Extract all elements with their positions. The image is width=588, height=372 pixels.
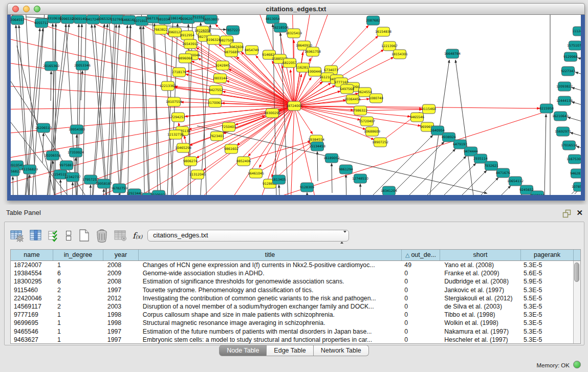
table-cell[interactable]: 2012	[103, 294, 139, 302]
graph-node[interactable]: 12093822	[556, 82, 573, 91]
table-cell[interactable]: 1998	[103, 319, 139, 327]
graph-node[interactable]: 2064557	[11, 15, 25, 25]
table-cell[interactable]: 2	[53, 286, 103, 294]
column-header-name[interactable]: name	[11, 250, 53, 260]
graph-node[interactable]: 15692971	[555, 127, 571, 136]
select-columns-icon[interactable]	[29, 229, 42, 242]
graph-node[interactable]: 6497568	[340, 84, 354, 94]
graph-node[interactable]: 1813405	[272, 175, 286, 184]
table-cell[interactable]: 18300295	[11, 277, 53, 286]
delete-icon[interactable]	[96, 229, 108, 243]
table-cell[interactable]: 1998	[103, 311, 139, 319]
graph-node[interactable]: 11675304	[567, 155, 581, 164]
graph-node[interactable]: 20206556	[45, 151, 61, 160]
graph-node[interactable]: 18107554	[166, 97, 182, 106]
table-cell[interactable]: 2008	[103, 277, 139, 286]
column-header-in_degree[interactable]: in_degree	[53, 250, 103, 260]
graph-node[interactable]: 2718176	[172, 68, 186, 77]
graph-node[interactable]: 9462810	[570, 169, 581, 178]
graph-node[interactable]: 19954380	[69, 125, 85, 134]
graph-node[interactable]: 12342737	[64, 172, 81, 182]
graph-node[interactable]: 7663822	[154, 25, 168, 34]
memory-status-indicator[interactable]	[573, 361, 581, 368]
table-cell[interactable]: Wolkin et al. (1998)	[440, 319, 520, 327]
graph-node[interactable]: 10654112	[507, 177, 524, 186]
graph-node[interactable]: 8427552	[209, 85, 223, 95]
table-cell[interactable]: Hescheler et al. (1997)	[440, 336, 520, 343]
graph-node[interactable]: 16189052	[323, 154, 340, 163]
graph-node[interactable]: 1080748	[369, 94, 383, 103]
graph-node[interactable]: 9875685	[224, 48, 238, 57]
table-cell[interactable]: 2008	[103, 261, 139, 269]
table-cell[interactable]: 14569117	[11, 302, 53, 311]
tab-node-table[interactable]: Node Table	[219, 345, 267, 356]
network-graph[interactable]: 2064557405571293106161096532720691406841…	[11, 15, 581, 195]
graph-node[interactable]: 8852406	[236, 157, 251, 166]
graph-node[interactable]: 1112475	[572, 27, 581, 36]
graph-node[interactable]: 7623401	[210, 132, 224, 141]
table-cell[interactable]: 5.9E-5	[520, 277, 573, 286]
table-cell[interactable]: 5.5E-5	[520, 294, 573, 302]
table-cell[interactable]: 1	[53, 336, 103, 343]
table-cell[interactable]: Tibbo et al. (1998)	[440, 311, 520, 319]
new-document-icon[interactable]	[78, 229, 90, 242]
table-cell[interactable]: 0	[401, 302, 440, 311]
graph-node[interactable]: 26206510	[35, 123, 52, 133]
table-cell[interactable]: 9115460	[11, 286, 53, 294]
column-header-year[interactable]: year	[103, 250, 139, 260]
table-cell[interactable]: Genome-wide association studies in ADHD.	[139, 269, 402, 277]
graph-node[interactable]: 10465298	[175, 143, 191, 152]
minimize-window-button[interactable]	[23, 6, 30, 12]
table-cell[interactable]: 22420046	[11, 294, 53, 302]
table-cell[interactable]: 6	[53, 269, 103, 277]
table-cell[interactable]: 5.3E-5	[520, 319, 573, 327]
table-cell[interactable]: 19384554	[11, 269, 53, 277]
graph-node[interactable]: 9129966	[563, 52, 578, 61]
table-cell[interactable]: 49	[401, 261, 440, 269]
graph-node[interactable]: 8560124	[530, 191, 545, 195]
table-cell[interactable]: 5.3E-5	[520, 311, 573, 319]
graph-node[interactable]: 8912954	[180, 31, 194, 40]
table-cell[interactable]: 1	[53, 327, 103, 336]
graph-node[interactable]: 20053346	[74, 61, 91, 70]
graph-node[interactable]: 15751074	[567, 41, 581, 50]
graph-node[interactable]: 20165360	[43, 61, 59, 71]
graph-node[interactable]: 18154301	[391, 50, 408, 59]
graph-node[interactable]: 19958187	[96, 179, 112, 188]
graph-node[interactable]: 12213363	[160, 81, 176, 91]
graph-node[interactable]: 16210643	[552, 112, 569, 121]
graph-node[interactable]: 7250403	[222, 122, 236, 132]
table-cell[interactable]: 1997	[103, 336, 139, 343]
graph-node[interactable]: 16154838	[375, 27, 391, 36]
table-cell[interactable]: 1997	[103, 327, 139, 336]
graph-node[interactable]: 6822057	[282, 58, 297, 68]
table-row[interactable]: 946554611997Estimation of the future num…	[11, 327, 573, 336]
graph-node[interactable]: 18724007	[286, 101, 302, 111]
table-cell[interactable]: Dudbridge et al. (2008)	[440, 277, 520, 286]
table-cell[interactable]: Corpus callosum shape and size in male p…	[139, 311, 402, 319]
table-cell[interactable]: Jankovic et al. (1997)	[440, 286, 520, 294]
graph-node[interactable]: 11156829	[21, 165, 38, 174]
graph-node[interactable]: 8454749	[245, 46, 259, 55]
graph-node[interactable]: 16053809	[203, 15, 219, 24]
table-cell[interactable]: 0	[401, 294, 440, 302]
table-cell[interactable]: 1	[53, 311, 103, 319]
table-cell[interactable]: 0	[401, 327, 440, 336]
table-cell[interactable]: 6	[53, 277, 103, 286]
graph-node[interactable]: 17016514	[561, 141, 577, 150]
graph-node[interactable]: 16782759	[111, 184, 127, 193]
graph-node[interactable]: 16543912	[182, 39, 199, 49]
graph-node[interactable]: 12132736	[167, 130, 184, 139]
table-settings-icon[interactable]	[10, 229, 24, 242]
graph-node[interactable]: 20364456	[344, 95, 361, 104]
graph-node[interactable]: 12444138	[556, 96, 573, 105]
graph-node[interactable]: 18907252	[372, 138, 388, 147]
table-cell[interactable]: 0	[401, 277, 440, 286]
graph-node[interactable]: 4055712	[34, 18, 49, 28]
table-cell[interactable]: 9463627	[11, 336, 53, 343]
graph-node[interactable]: 9128309	[300, 183, 314, 192]
table-cell[interactable]: 0	[401, 311, 440, 319]
table-cell[interactable]: Embryonic stem cells: a model to study s…	[139, 336, 402, 343]
table-row[interactable]: 969969511998Structural magnetic resonanc…	[11, 319, 573, 327]
table-cell[interactable]: Yano et al. (2008)	[440, 261, 520, 269]
